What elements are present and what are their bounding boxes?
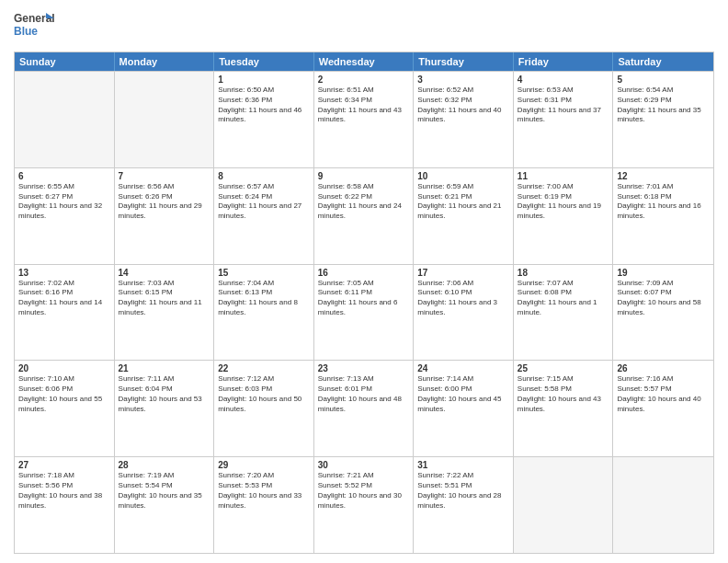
day-info: Sunrise: 7:10 AM Sunset: 6:06 PM Dayligh… [18,374,110,414]
day-info: Sunrise: 6:59 AM Sunset: 6:21 PM Dayligh… [417,182,509,222]
day-info: Sunrise: 6:54 AM Sunset: 6:29 PM Dayligh… [617,86,710,125]
page: General Blue SundayMondayTuesdayWednesda… [0,0,728,563]
header-day-friday: Friday [514,52,614,71]
day-number: 13 [18,268,110,278]
day-number: 22 [218,363,310,373]
empty-cell [115,72,215,167]
day-number: 25 [518,363,609,373]
day-info: Sunrise: 7:16 AM Sunset: 5:57 PM Dayligh… [617,374,710,414]
empty-cell [514,457,614,553]
header-day-sunday: Sunday [15,52,115,71]
day-cell-11: 11Sunrise: 7:00 AM Sunset: 6:19 PM Dayli… [514,168,614,264]
day-info: Sunrise: 7:11 AM Sunset: 6:04 PM Dayligh… [119,374,210,414]
day-cell-7: 7Sunrise: 6:56 AM Sunset: 6:26 PM Daylig… [115,168,215,264]
day-info: Sunrise: 7:15 AM Sunset: 5:58 PM Dayligh… [518,374,609,414]
logo-svg: General Blue [14,9,54,42]
day-cell-10: 10Sunrise: 6:59 AM Sunset: 6:21 PM Dayli… [414,168,514,264]
calendar-row-4: 20Sunrise: 7:10 AM Sunset: 6:06 PM Dayli… [15,360,713,456]
day-info: Sunrise: 7:04 AM Sunset: 6:13 PM Dayligh… [218,279,310,318]
day-info: Sunrise: 7:18 AM Sunset: 5:56 PM Dayligh… [18,471,110,511]
header: General Blue [14,9,714,46]
day-number: 8 [218,171,310,181]
day-number: 29 [218,460,310,470]
day-cell-25: 25Sunrise: 7:15 AM Sunset: 5:58 PM Dayli… [514,361,614,456]
day-number: 24 [417,363,509,373]
day-number: 6 [18,171,110,181]
day-cell-24: 24Sunrise: 7:14 AM Sunset: 6:00 PM Dayli… [414,361,514,456]
day-number: 3 [417,75,509,85]
day-info: Sunrise: 7:06 AM Sunset: 6:10 PM Dayligh… [417,279,509,318]
logo: General Blue [14,9,54,46]
day-info: Sunrise: 6:51 AM Sunset: 6:34 PM Dayligh… [318,86,410,125]
day-cell-19: 19Sunrise: 7:09 AM Sunset: 6:07 PM Dayli… [613,265,713,361]
day-number: 11 [518,171,609,181]
calendar: SundayMondayTuesdayWednesdayThursdayFrid… [14,52,714,554]
day-number: 10 [417,171,509,181]
day-cell-29: 29Sunrise: 7:20 AM Sunset: 5:53 PM Dayli… [214,457,314,553]
calendar-row-3: 13Sunrise: 7:02 AM Sunset: 6:16 PM Dayli… [15,264,713,361]
day-cell-3: 3Sunrise: 6:52 AM Sunset: 6:32 PM Daylig… [414,72,514,167]
svg-text:Blue: Blue [14,25,38,38]
day-info: Sunrise: 6:56 AM Sunset: 6:26 PM Dayligh… [119,182,210,222]
day-number: 26 [617,363,710,373]
day-info: Sunrise: 7:22 AM Sunset: 5:51 PM Dayligh… [417,471,509,511]
day-cell-5: 5Sunrise: 6:54 AM Sunset: 6:29 PM Daylig… [613,72,713,167]
header-day-tuesday: Tuesday [214,52,314,71]
calendar-body: 1Sunrise: 6:50 AM Sunset: 6:36 PM Daylig… [15,71,713,553]
empty-cell [15,72,115,167]
day-info: Sunrise: 7:03 AM Sunset: 6:15 PM Dayligh… [119,279,210,318]
day-info: Sunrise: 6:53 AM Sunset: 6:31 PM Dayligh… [518,86,609,125]
day-number: 17 [417,268,509,278]
day-cell-9: 9Sunrise: 6:58 AM Sunset: 6:22 PM Daylig… [314,168,415,264]
day-cell-27: 27Sunrise: 7:18 AM Sunset: 5:56 PM Dayli… [15,457,115,553]
header-day-saturday: Saturday [613,52,713,71]
day-cell-2: 2Sunrise: 6:51 AM Sunset: 6:34 PM Daylig… [314,72,415,167]
day-info: Sunrise: 7:20 AM Sunset: 5:53 PM Dayligh… [218,471,310,511]
day-cell-28: 28Sunrise: 7:19 AM Sunset: 5:54 PM Dayli… [115,457,215,553]
header-day-wednesday: Wednesday [314,52,415,71]
day-cell-6: 6Sunrise: 6:55 AM Sunset: 6:27 PM Daylig… [15,168,115,264]
calendar-header: SundayMondayTuesdayWednesdayThursdayFrid… [15,52,713,71]
day-cell-13: 13Sunrise: 7:02 AM Sunset: 6:16 PM Dayli… [15,265,115,361]
day-cell-16: 16Sunrise: 7:05 AM Sunset: 6:11 PM Dayli… [314,265,415,361]
day-number: 9 [318,171,410,181]
day-cell-12: 12Sunrise: 7:01 AM Sunset: 6:18 PM Dayli… [613,168,713,264]
day-number: 30 [318,460,410,470]
empty-cell [613,457,713,553]
day-number: 20 [18,363,110,373]
day-cell-14: 14Sunrise: 7:03 AM Sunset: 6:15 PM Dayli… [115,265,215,361]
calendar-row-2: 6Sunrise: 6:55 AM Sunset: 6:27 PM Daylig… [15,167,713,264]
day-cell-26: 26Sunrise: 7:16 AM Sunset: 5:57 PM Dayli… [613,361,713,456]
day-cell-8: 8Sunrise: 6:57 AM Sunset: 6:24 PM Daylig… [214,168,314,264]
day-number: 27 [18,460,110,470]
day-number: 16 [318,268,410,278]
day-number: 19 [617,268,710,278]
day-cell-18: 18Sunrise: 7:07 AM Sunset: 6:08 PM Dayli… [514,265,614,361]
day-info: Sunrise: 7:21 AM Sunset: 5:52 PM Dayligh… [318,471,410,511]
day-number: 21 [119,363,210,373]
day-number: 18 [518,268,609,278]
day-number: 15 [218,268,310,278]
day-info: Sunrise: 7:19 AM Sunset: 5:54 PM Dayligh… [119,471,210,511]
day-cell-22: 22Sunrise: 7:12 AM Sunset: 6:03 PM Dayli… [214,361,314,456]
day-number: 2 [318,75,410,85]
day-cell-4: 4Sunrise: 6:53 AM Sunset: 6:31 PM Daylig… [514,72,614,167]
day-info: Sunrise: 7:02 AM Sunset: 6:16 PM Dayligh… [18,279,110,318]
header-day-monday: Monday [115,52,215,71]
day-cell-31: 31Sunrise: 7:22 AM Sunset: 5:51 PM Dayli… [414,457,514,553]
day-info: Sunrise: 6:57 AM Sunset: 6:24 PM Dayligh… [218,182,310,222]
day-info: Sunrise: 7:09 AM Sunset: 6:07 PM Dayligh… [617,279,710,318]
day-info: Sunrise: 6:50 AM Sunset: 6:36 PM Dayligh… [218,86,310,125]
calendar-row-1: 1Sunrise: 6:50 AM Sunset: 6:36 PM Daylig… [15,71,713,167]
day-info: Sunrise: 7:01 AM Sunset: 6:18 PM Dayligh… [617,182,710,222]
day-cell-23: 23Sunrise: 7:13 AM Sunset: 6:01 PM Dayli… [314,361,415,456]
day-number: 12 [617,171,710,181]
day-info: Sunrise: 7:00 AM Sunset: 6:19 PM Dayligh… [518,182,609,222]
day-number: 28 [119,460,210,470]
day-cell-21: 21Sunrise: 7:11 AM Sunset: 6:04 PM Dayli… [115,361,215,456]
day-cell-15: 15Sunrise: 7:04 AM Sunset: 6:13 PM Dayli… [214,265,314,361]
day-info: Sunrise: 6:58 AM Sunset: 6:22 PM Dayligh… [318,182,410,222]
day-number: 23 [318,363,410,373]
day-info: Sunrise: 7:05 AM Sunset: 6:11 PM Dayligh… [318,279,410,318]
day-number: 7 [119,171,210,181]
